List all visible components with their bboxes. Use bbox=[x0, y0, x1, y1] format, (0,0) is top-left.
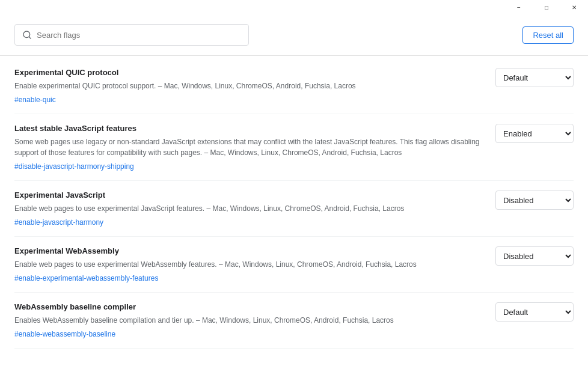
minimize-button[interactable]: − bbox=[505, 0, 533, 14]
flag-link[interactable]: #enable-javascript-harmony bbox=[14, 218, 103, 227]
title-bar: − □ ✕ bbox=[505, 0, 588, 14]
flag-title: Experimental WebAssembly bbox=[14, 246, 481, 255]
svg-line-1 bbox=[29, 37, 31, 38]
flag-select[interactable]: DefaultEnabledDisabled bbox=[495, 191, 574, 210]
flag-description: Enable web pages to use experimental Jav… bbox=[14, 203, 481, 214]
flag-content: Experimental WebAssembly Enable web page… bbox=[14, 246, 481, 282]
flag-title: Experimental QUIC protocol bbox=[14, 68, 481, 77]
flag-content: WebAssembly baseline compiler Enables We… bbox=[14, 302, 481, 338]
flag-description: Some web pages use legacy or non-standar… bbox=[14, 136, 481, 158]
flag-link[interactable]: #enable-webassembly-baseline bbox=[14, 330, 115, 338]
flag-select[interactable]: DefaultEnabledDisabled bbox=[495, 246, 574, 266]
search-input[interactable] bbox=[37, 31, 241, 40]
flag-item: WebAssembly baseline compiler Enables We… bbox=[14, 293, 574, 349]
flag-title: Experimental JavaScript bbox=[14, 191, 481, 200]
flag-select[interactable]: DefaultEnabledDisabled bbox=[495, 124, 574, 143]
flag-select[interactable]: DefaultEnabledDisabled bbox=[495, 68, 574, 87]
flag-link[interactable]: #enable-experimental-webassembly-feature… bbox=[14, 274, 158, 282]
flag-link[interactable]: #disable-javascript-harmony-shipping bbox=[14, 162, 134, 171]
flag-content: Latest stable JavaScript features Some w… bbox=[14, 124, 481, 171]
search-box bbox=[14, 24, 249, 46]
reset-all-button[interactable]: Reset all bbox=[522, 26, 574, 44]
flag-control: DefaultEnabledDisabled bbox=[495, 191, 574, 210]
flag-title: WebAssembly baseline compiler bbox=[14, 302, 481, 311]
flag-content: Experimental JavaScript Enable web pages… bbox=[14, 191, 481, 227]
flag-item: Experimental JavaScript Enable web pages… bbox=[14, 181, 574, 237]
flag-control: DefaultEnabledDisabled bbox=[495, 124, 574, 143]
search-area: Reset all bbox=[0, 14, 588, 56]
flag-control: DefaultEnabledDisabled bbox=[495, 246, 574, 266]
close-button[interactable]: ✕ bbox=[560, 0, 588, 14]
maximize-button[interactable]: □ bbox=[533, 0, 560, 14]
flag-title: Latest stable JavaScript features bbox=[14, 124, 481, 133]
flag-content: Experimental QUIC protocol Enable experi… bbox=[14, 68, 481, 104]
flag-description: Enables WebAssembly baseline compilation… bbox=[14, 315, 481, 326]
flag-item: Experimental WebAssembly Enable web page… bbox=[14, 237, 574, 293]
flag-description: Enable web pages to use experimental Web… bbox=[14, 259, 481, 270]
flag-item: Experimental QUIC protocol Enable experi… bbox=[14, 58, 574, 114]
search-icon bbox=[22, 30, 32, 40]
flags-list: Experimental QUIC protocol Enable experi… bbox=[0, 58, 588, 366]
flag-link[interactable]: #enable-quic bbox=[14, 96, 56, 104]
flag-description: Enable experimental QUIC protocol suppor… bbox=[14, 81, 481, 91]
flag-title-text: Experimental QUIC protocol bbox=[14, 68, 118, 77]
flag-item: Latest stable JavaScript features Some w… bbox=[14, 114, 574, 181]
flag-control: DefaultEnabledDisabled bbox=[495, 302, 574, 322]
flag-select[interactable]: DefaultEnabledDisabled bbox=[495, 302, 574, 322]
flag-control: DefaultEnabledDisabled bbox=[495, 68, 574, 87]
